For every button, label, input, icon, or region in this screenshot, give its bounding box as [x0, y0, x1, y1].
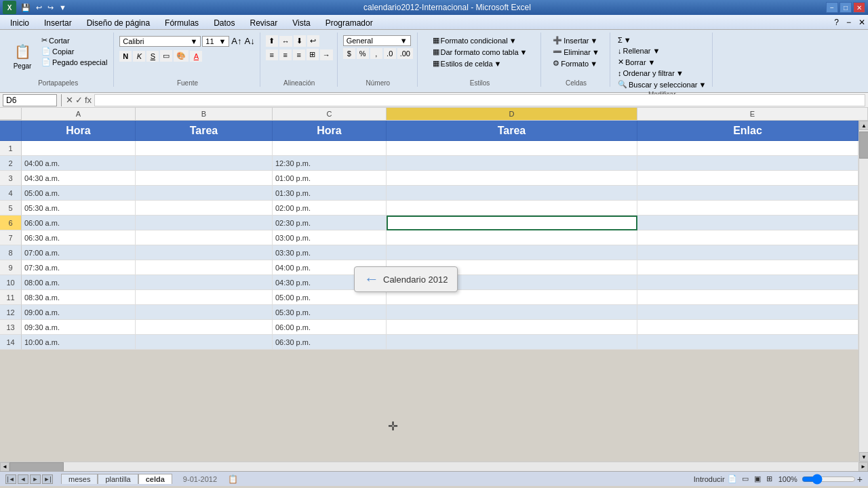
bold-button[interactable]: N [119, 51, 132, 62]
cell-c11[interactable]: 05:00 p.m. [273, 290, 387, 305]
cell-e12[interactable] [637, 305, 859, 320]
row-num-4[interactable]: 4 [0, 186, 22, 201]
formula-input[interactable] [94, 94, 865, 106]
cell-e6[interactable] [637, 216, 859, 230]
next-sheet-button[interactable]: ► [30, 474, 41, 484]
row-num-2[interactable]: 2 [0, 156, 22, 171]
cell-d11[interactable] [387, 290, 637, 305]
tab-formulas[interactable]: Fórmulas [157, 16, 206, 29]
sheet-tab-celda[interactable]: celda [138, 474, 172, 484]
row-num-10[interactable]: 10 [0, 275, 22, 290]
cell-e1[interactable] [637, 141, 859, 156]
cell-b14[interactable] [136, 335, 273, 350]
cell-c3[interactable]: 01:00 p.m. [273, 171, 387, 186]
cell-a14[interactable]: 10:00 a.m. [22, 335, 136, 350]
row-num-14[interactable]: 14 [0, 335, 22, 350]
sheet-tab-meses[interactable]: meses [61, 474, 98, 484]
increase-font-button[interactable]: A↑ [231, 35, 242, 47]
last-sheet-button[interactable]: ►| [42, 474, 53, 484]
cell-a10[interactable]: 08:00 a.m. [22, 275, 136, 290]
align-top-button[interactable]: ⬆ [266, 35, 278, 47]
cell-c14[interactable]: 06:30 p.m. [273, 335, 387, 350]
cell-e2[interactable] [637, 156, 859, 171]
scroll-right-button[interactable]: ► [859, 462, 868, 472]
cell-a2[interactable]: 04:00 a.m. [22, 156, 136, 171]
font-name-selector[interactable]: Calibri▼ [119, 36, 201, 47]
row-num-12[interactable]: 12 [0, 305, 22, 320]
sort-button[interactable]: ↕ Ordenar y filtrar ▼ [616, 68, 686, 78]
cell-c7[interactable]: 03:00 p.m. [273, 230, 387, 245]
restore-button[interactable]: □ [840, 2, 852, 13]
tab-datos[interactable]: Datos [206, 16, 242, 29]
cell-e11[interactable] [637, 290, 859, 305]
cell-a13[interactable]: 09:30 a.m. [22, 320, 136, 335]
format-cell-button[interactable]: ⚙ Formato ▼ [551, 58, 599, 68]
confirm-formula-button[interactable]: ✓ [75, 95, 83, 105]
col-header-a[interactable]: A [22, 108, 136, 120]
cell-c2[interactable]: 12:30 p.m. [273, 156, 387, 171]
comma-button[interactable]: , [370, 48, 382, 59]
cell-a1[interactable] [22, 141, 136, 156]
cell-d1[interactable] [387, 141, 637, 156]
cell-a9[interactable]: 07:30 a.m. [22, 260, 136, 275]
cell-a7[interactable]: 06:30 a.m. [22, 230, 136, 245]
cell-a8[interactable]: 07:00 a.m. [22, 245, 136, 260]
cell-c12[interactable]: 05:30 p.m. [273, 305, 387, 320]
ribbon-close-button[interactable]: ✕ [856, 17, 868, 28]
zoom-slider[interactable] [802, 474, 856, 485]
cell-b11[interactable] [136, 290, 273, 305]
cell-styles-button[interactable]: ▦ Estilos de celda ▼ [431, 58, 504, 68]
decrease-decimal-button[interactable]: .00 [397, 48, 413, 59]
cell-b5[interactable] [136, 201, 273, 216]
align-right-button[interactable]: ≡ [293, 49, 305, 60]
insert-cell-button[interactable]: ➕ Insertar ▼ [551, 35, 599, 45]
cell-d14[interactable] [387, 335, 637, 350]
zoom-in-button[interactable]: + [857, 474, 863, 485]
scroll-down-button[interactable]: ▼ [859, 452, 868, 462]
cell-e7[interactable] [637, 230, 859, 245]
tab-vista[interactable]: Vista [285, 16, 317, 29]
fill-button[interactable]: ↓ Rellenar ▼ [616, 46, 662, 56]
cell-d13[interactable] [387, 320, 637, 335]
cell-c1[interactable] [273, 141, 387, 156]
cell-d2[interactable] [387, 156, 637, 171]
redo-qat-button[interactable]: ↪ [45, 3, 56, 13]
cell-e4[interactable] [637, 186, 859, 201]
cell-reference-box[interactable] [3, 94, 57, 106]
cell-e14[interactable] [637, 335, 859, 350]
col-header-b[interactable]: B [136, 108, 273, 120]
row-num-header[interactable] [0, 121, 22, 141]
row-num-6[interactable]: 6 [0, 216, 22, 230]
minimize-button[interactable]: − [826, 2, 838, 13]
more-qat-button[interactable]: ▼ [57, 3, 68, 12]
cell-c13[interactable]: 06:00 p.m. [273, 320, 387, 335]
cell-d5[interactable] [387, 201, 637, 216]
cell-c5[interactable]: 02:00 p.m. [273, 201, 387, 216]
scroll-track[interactable] [859, 130, 868, 452]
cell-b13[interactable] [136, 320, 273, 335]
scroll-up-button[interactable]: ▲ [859, 121, 868, 130]
col-header-d[interactable]: D [387, 108, 637, 120]
align-bottom-button[interactable]: ⬇ [294, 35, 306, 47]
sum-button[interactable]: Σ ▼ [616, 35, 633, 45]
tab-inicio[interactable]: Inicio [3, 16, 37, 29]
wrap-text-button[interactable]: ↩ [307, 35, 319, 47]
cell-b6[interactable] [136, 216, 273, 230]
fill-color-button[interactable]: 🎨 [174, 50, 189, 62]
cell-e8[interactable] [637, 245, 859, 260]
cell-a12[interactable]: 09:00 a.m. [22, 305, 136, 320]
row-num-1[interactable]: 1 [0, 141, 22, 156]
clear-button[interactable]: ✕ Borrar ▼ [616, 57, 658, 67]
row-num-3[interactable]: 3 [0, 171, 22, 186]
italic-button[interactable]: K [133, 51, 145, 62]
paste-special-button[interactable]: 📄 Pegado especial [39, 57, 109, 67]
merge-button[interactable]: ⊞ [307, 49, 319, 60]
tab-insertar[interactable]: Insertar [37, 16, 79, 29]
row-num-11[interactable]: 11 [0, 290, 22, 305]
cell-a6[interactable]: 06:00 a.m. [22, 216, 136, 230]
tab-revisar[interactable]: Revisar [242, 16, 285, 29]
indent-button[interactable]: → [320, 49, 333, 60]
cut-button[interactable]: ✂ Cortar [39, 35, 109, 45]
cell-e5[interactable] [637, 201, 859, 216]
cell-e3[interactable] [637, 171, 859, 186]
